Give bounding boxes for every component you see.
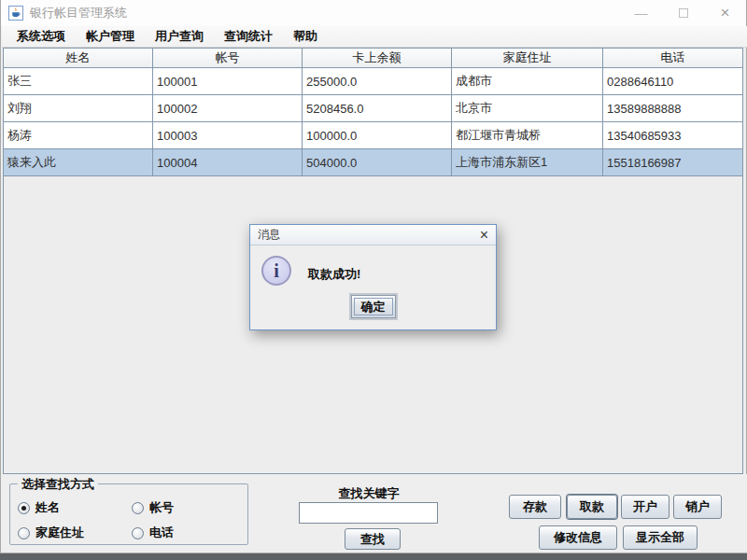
menu-user-query[interactable]: 用户查询 — [145, 26, 214, 47]
table-cell: 13589888888 — [603, 95, 742, 121]
ok-button[interactable]: 确定 — [351, 295, 396, 318]
radio-option-account[interactable]: 帐号 — [132, 499, 174, 516]
table-header: 姓名 帐号 卡上余额 家庭住址 电话 — [4, 49, 742, 68]
close-account-button[interactable]: 销户 — [673, 495, 722, 519]
radio-option-phone[interactable]: 电话 — [132, 525, 174, 541]
table-cell: 猿来入此 — [4, 149, 153, 175]
column-header-account[interactable]: 帐号 — [153, 49, 303, 67]
radio-icon — [18, 502, 30, 514]
column-header-address[interactable]: 家庭住址 — [452, 49, 603, 67]
table-cell: 100004 — [153, 149, 303, 175]
search-mode-group: 选择查找方式 姓名 帐号 家庭住址 电话 — [9, 483, 248, 545]
maximize-icon[interactable] — [662, 0, 704, 26]
close-icon[interactable]: × — [704, 0, 746, 26]
message-dialog: 消息 × i 取款成功! 确定 — [249, 224, 497, 330]
table-cell: 北京市 — [452, 95, 603, 121]
menu-query-statistics[interactable]: 查询统计 — [214, 26, 283, 47]
table-cell: 张三 — [4, 68, 153, 94]
table-cell: 255000.0 — [303, 68, 452, 94]
menu-bar: 系统选项 帐户管理 用户查询 查询统计 帮助 — [2, 26, 747, 48]
keyword-input[interactable] — [299, 502, 438, 524]
modify-info-button[interactable]: 修改信息 — [539, 525, 617, 550]
table-cell: 杨涛 — [4, 122, 153, 148]
menu-system-options[interactable]: 系统选项 — [7, 26, 76, 47]
column-header-name[interactable]: 姓名 — [4, 49, 153, 67]
dialog-message: 取款成功! — [308, 266, 360, 283]
table-cell: 都江堰市青城桥 — [452, 122, 603, 148]
table-row[interactable]: 杨涛 100003 100000.0 都江堰市青城桥 13540685933 — [4, 122, 742, 149]
dialog-title-bar: 消息 × — [250, 225, 496, 245]
taskbar — [0, 553, 747, 560]
radio-icon — [18, 527, 30, 539]
table-cell: 100002 — [153, 95, 303, 121]
java-app-icon — [8, 6, 23, 21]
radio-option-name[interactable]: 姓名 — [18, 499, 60, 516]
radio-label: 家庭住址 — [35, 525, 84, 541]
table-cell: 成都市 — [452, 68, 603, 94]
table-cell: 0288646110 — [603, 68, 742, 94]
column-header-balance[interactable]: 卡上余额 — [303, 49, 452, 67]
menu-help[interactable]: 帮助 — [283, 26, 328, 47]
find-button[interactable]: 查找 — [345, 528, 401, 550]
column-header-phone[interactable]: 电话 — [603, 49, 742, 67]
table-cell: 13540685933 — [603, 122, 742, 148]
withdraw-button[interactable]: 取款 — [567, 495, 617, 519]
table-cell: 100001 — [153, 68, 303, 94]
radio-label: 姓名 — [35, 499, 60, 516]
caption-controls: — × — [620, 0, 746, 26]
table-cell: 504000.0 — [303, 149, 452, 175]
menu-account-management[interactable]: 帐户管理 — [76, 26, 145, 47]
table-row[interactable]: 张三 100001 255000.0 成都市 0288646110 — [4, 68, 742, 95]
table-row[interactable]: 猿来入此 100004 504000.0 上海市浦东新区1 1551816698… — [4, 149, 742, 176]
bottom-panel: 选择查找方式 姓名 帐号 家庭住址 电话 查找关键字 — [2, 474, 747, 553]
table-cell: 100000.0 — [303, 122, 452, 148]
info-icon: i — [261, 256, 291, 286]
window-title: 银行帐目管理系统 — [30, 5, 127, 21]
maximize-box — [679, 8, 688, 18]
open-account-button[interactable]: 开户 — [621, 495, 669, 519]
radio-label: 电话 — [149, 525, 174, 541]
dialog-body: i 取款成功! 确定 — [250, 245, 496, 330]
table-cell: 5208456.0 — [303, 95, 452, 121]
deposit-button[interactable]: 存款 — [509, 495, 561, 519]
desktop: 银行帐目管理系统 — × 系统选项 帐户管理 用户查询 查询统计 帮助 姓名 帐… — [0, 0, 747, 560]
keyword-label: 查找关键字 — [299, 485, 439, 502]
search-mode-group-title: 选择查找方式 — [18, 476, 98, 493]
title-bar: 银行帐目管理系统 — × — [1, 0, 746, 26]
table-cell: 上海市浦东新区1 — [452, 149, 603, 175]
table-cell: 15518166987 — [603, 149, 742, 175]
show-all-button[interactable]: 显示全部 — [623, 525, 698, 550]
radio-label: 帐号 — [149, 499, 174, 516]
radio-option-address[interactable]: 家庭住址 — [18, 525, 84, 541]
table-cell: 100003 — [153, 122, 303, 148]
dialog-close-icon[interactable]: × — [480, 228, 488, 243]
table-row[interactable]: 刘翔 100002 5208456.0 北京市 13589888888 — [4, 95, 742, 122]
radio-icon — [132, 527, 144, 539]
radio-icon — [132, 502, 144, 514]
table-cell: 刘翔 — [4, 95, 153, 121]
dialog-title: 消息 — [258, 227, 480, 243]
minimize-icon[interactable]: — — [620, 0, 662, 26]
